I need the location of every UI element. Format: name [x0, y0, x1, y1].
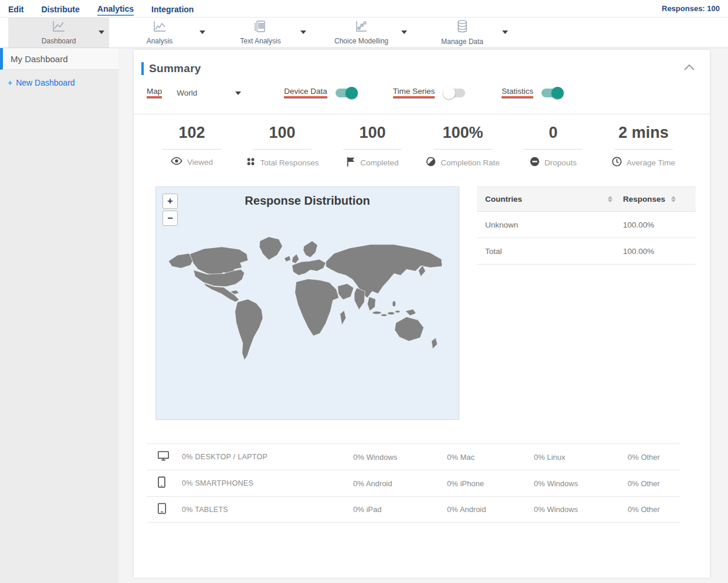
tab-label: Text Analysis	[240, 37, 280, 45]
toggle-knob	[551, 87, 564, 99]
stats-row: 102 Viewed 100	[134, 114, 710, 169]
line-chart-icon	[51, 20, 66, 35]
title-accent-bar	[141, 62, 144, 75]
device-value: 0% Other	[628, 453, 680, 462]
document-grid-icon	[254, 20, 267, 35]
new-dashboard-button[interactable]: + New Dashboard	[8, 78, 118, 87]
country-name: Total	[485, 247, 502, 256]
nav-item-distribute[interactable]: Distribute	[41, 2, 79, 15]
statistics-label: Statistics	[502, 87, 533, 99]
device-value: 0% Other	[628, 505, 680, 514]
statistics-toggle[interactable]	[541, 89, 564, 97]
device-row-tablets: 0% TABLETS 0% iPad 0% Android 0% Windows…	[147, 496, 680, 523]
stat-value: 102	[147, 124, 237, 142]
country-name: Unknown	[485, 221, 518, 229]
sort-icon[interactable]	[671, 196, 676, 202]
chevron-down-icon	[235, 91, 241, 95]
stat-label: Viewed	[187, 158, 213, 167]
device-data-toggle[interactable]	[336, 89, 358, 97]
scatter-chart-icon	[354, 20, 368, 35]
stat-label: Completion Rate	[441, 158, 500, 167]
stat-completed: 100 Completed	[327, 124, 418, 169]
main-content: Summary Map World Device Data Time Serie…	[118, 48, 728, 583]
device-value: 0% Linux	[534, 453, 628, 462]
tab-manage-data[interactable]: Manage Data	[412, 18, 513, 48]
device-value: 0% Android	[353, 479, 447, 488]
countries-column-header[interactable]: Countries	[485, 195, 522, 204]
device-value: 0% iPad	[353, 505, 447, 514]
tab-label: Dashboard	[42, 37, 76, 45]
stat-average-time: 2 mins Average Time	[598, 124, 689, 169]
responses-count: Responses: 100	[662, 4, 720, 13]
chevron-down-icon[interactable]	[300, 30, 306, 34]
stat-value: 100%	[418, 124, 508, 142]
stat-value: 100	[327, 124, 418, 142]
time-series-toggle[interactable]	[443, 89, 465, 97]
nav-item-integration[interactable]: Integration	[151, 2, 194, 15]
toggle-knob	[443, 87, 455, 99]
database-icon	[455, 19, 469, 36]
sort-icon[interactable]	[608, 196, 612, 202]
sidebar-item-my-dashboard[interactable]: My Dashboard	[0, 48, 118, 70]
device-row-desktop: 0% DESKTOP / LAPTOP 0% Windows 0% Mac 0%…	[147, 443, 680, 470]
nav-item-analytics[interactable]: Analytics	[97, 2, 134, 16]
response-distribution-map-panel: Response Distribution + −	[155, 187, 459, 420]
flag-icon	[346, 157, 355, 169]
smartphone-icon	[157, 476, 182, 490]
world-map[interactable]	[160, 221, 456, 384]
time-series-label: Time Series	[393, 87, 435, 99]
summary-title: Summary	[149, 62, 201, 75]
stat-total-responses: 100 Total Responses	[237, 124, 327, 169]
map-zoom-in-button[interactable]: +	[162, 194, 178, 209]
stat-completion-rate: 100% Completion Rate	[418, 124, 508, 169]
clock-icon	[612, 157, 622, 169]
summary-controls: Map World Device Data Time Series Statis…	[134, 87, 710, 99]
tab-label: Analysis	[147, 37, 173, 45]
device-data-table: 0% DESKTOP / LAPTOP 0% Windows 0% Mac 0%…	[147, 443, 680, 523]
tab-text-analysis[interactable]: Text Analysis	[210, 18, 311, 48]
stat-label: Completed	[360, 158, 398, 167]
table-row: Unknown 100.00%	[477, 212, 696, 238]
collapse-chevron-up-icon[interactable]	[683, 63, 696, 74]
chevron-down-icon[interactable]	[401, 30, 407, 34]
stat-label: Total Responses	[260, 158, 319, 167]
device-row-smartphones: 0% SMARTPHONES 0% Android 0% iPhone 0% W…	[147, 470, 680, 496]
stat-dropouts: 0 Dropouts	[508, 124, 598, 169]
nav-item-edit[interactable]: Edit	[8, 2, 23, 15]
device-data-label: Device Data	[284, 87, 327, 99]
tablet-icon	[157, 503, 182, 517]
sidebar-item-label: My Dashboard	[11, 54, 68, 64]
minus-circle-icon	[530, 157, 540, 169]
tab-label: Choice Modelling	[334, 37, 388, 45]
desktop-icon	[157, 450, 182, 463]
toggle-knob	[346, 87, 358, 99]
country-responses: 100.00%	[623, 247, 654, 256]
device-value: 0% Mac	[447, 453, 534, 462]
device-value: 0% Windows	[534, 479, 628, 488]
device-value: 0% iPhone	[447, 479, 534, 488]
device-label: 0% DESKTOP / LAPTOP	[182, 453, 353, 461]
chevron-down-icon[interactable]	[502, 30, 508, 34]
stat-label: Average Time	[627, 158, 675, 167]
plus-icon: +	[8, 78, 12, 87]
dots-grid-icon	[246, 157, 256, 169]
table-row: Total 100.00%	[477, 238, 696, 265]
device-value: 0% Windows	[534, 505, 628, 514]
stat-viewed: 102 Viewed	[147, 124, 237, 169]
chevron-down-icon[interactable]	[199, 30, 205, 34]
tab-dashboard[interactable]: Dashboard	[8, 18, 109, 48]
chevron-down-icon[interactable]	[99, 30, 104, 34]
stat-label: Dropouts	[544, 158, 577, 167]
responses-column-header[interactable]: Responses	[623, 195, 665, 204]
map-title: Response Distribution	[156, 194, 459, 208]
tab-choice-modelling[interactable]: Choice Modelling	[311, 18, 412, 48]
tab-label: Manage Data	[441, 38, 483, 46]
line-chart-icon	[152, 20, 167, 35]
device-value: 0% Other	[628, 479, 680, 488]
device-label: 0% SMARTPHONES	[182, 479, 353, 487]
map-region-dropdown[interactable]: World	[177, 89, 241, 97]
new-dashboard-label: New Dashboard	[16, 78, 75, 87]
tab-analysis[interactable]: Analysis	[109, 18, 210, 48]
analytics-toolbar: Dashboard Analysis Text Analysis Choice …	[0, 18, 728, 48]
countries-table: Countries Responses Unknown 100.00% T	[477, 187, 696, 420]
